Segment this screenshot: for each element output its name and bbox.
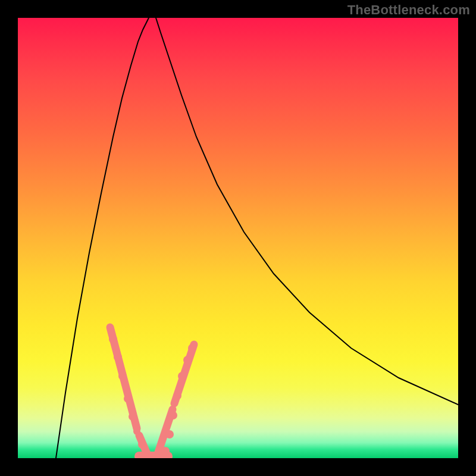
bead-dot [138,440,146,449]
dot-group [109,335,196,458]
bead-dot [178,372,186,380]
right-curve [156,18,458,405]
chart-svg [18,18,458,458]
bead-dot [129,412,137,421]
bead-dot [118,372,127,380]
chart-frame: TheBottleneck.com [0,0,476,476]
bead-dot [124,394,132,403]
bead-dot [183,356,192,364]
left-curve [56,18,149,458]
bead-dot [161,447,170,455]
watermark-text: TheBottleneck.com [347,2,470,18]
bead-dot [133,428,140,435]
bead-dot [188,344,196,352]
bead-dot [169,411,177,419]
bead-dot [114,353,122,361]
curve-group [56,18,458,458]
marker-beads-group [110,327,194,456]
bead-dot [109,335,117,343]
bead-dot [173,392,181,400]
bead-dot [165,430,174,439]
plot-area [18,18,458,458]
